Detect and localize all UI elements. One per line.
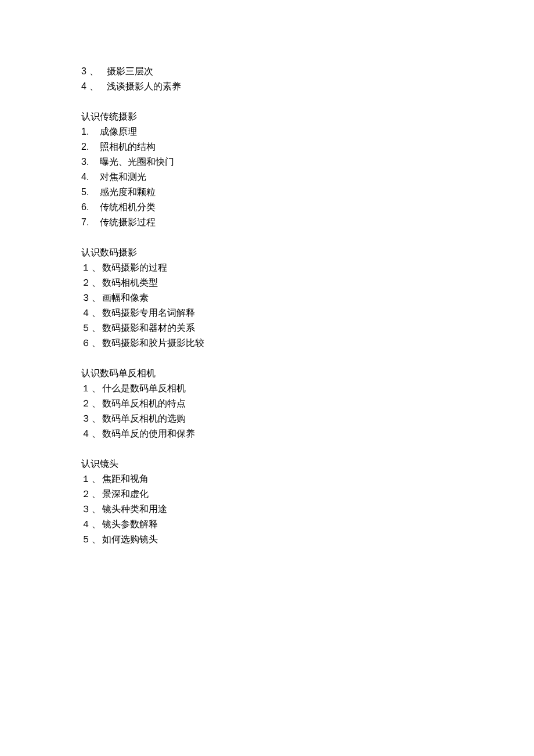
- item-text: 数码单反相机的选购: [102, 411, 186, 426]
- item-number: ５: [81, 532, 91, 547]
- item-separator: 、: [92, 336, 101, 351]
- item-number: ５: [81, 321, 91, 336]
- item-separator: 、: [92, 290, 101, 305]
- list-item: 4、浅谈摄影人的素养: [81, 79, 534, 94]
- item-separator: 、: [92, 396, 101, 411]
- item-number: 3: [81, 64, 88, 79]
- item-number: ２: [81, 275, 91, 290]
- item-text: 镜头种类和用途: [102, 502, 167, 517]
- item-text: 成像原理: [100, 124, 137, 139]
- item-number: 3.: [81, 154, 93, 170]
- item-number: ３: [81, 411, 91, 426]
- item-text: 照相机的结构: [100, 139, 156, 154]
- item-text: 画幅和像素: [102, 290, 149, 305]
- list-item: ３、镜头种类和用途: [81, 502, 534, 517]
- item-number: １: [81, 260, 91, 275]
- section-heading: 认识数码单反相机: [81, 366, 534, 381]
- list-item: ６、数码摄影和胶片摄影比较: [81, 336, 534, 351]
- list-item: ２、景深和虚化: [81, 487, 534, 502]
- section-heading: 认识镜头: [81, 456, 534, 471]
- section: 认识传统摄影1.成像原理2.照相机的结构3.曝光、光圈和快门4.对焦和测光5.感…: [81, 109, 534, 230]
- list-item: ４、数码摄影专用名词解释: [81, 305, 534, 321]
- item-number: ３: [81, 290, 91, 305]
- list-item: １、焦距和视角: [81, 471, 534, 487]
- list-item: 4.对焦和测光: [81, 170, 534, 185]
- item-number: ４: [81, 305, 91, 321]
- list-item: ４、镜头参数解释: [81, 517, 534, 532]
- section: 认识数码摄影１、数码摄影的过程２、数码相机类型３、画幅和像素４、数码摄影专用名词…: [81, 245, 534, 351]
- list-item: 6.传统相机分类: [81, 200, 534, 215]
- item-text: 焦距和视角: [102, 471, 149, 487]
- list-item: ２、数码单反相机的特点: [81, 396, 534, 411]
- item-separator: 、: [92, 532, 101, 547]
- item-separator: 、: [92, 305, 101, 321]
- item-separator: 、: [92, 517, 101, 532]
- item-text: 传统摄影过程: [100, 215, 156, 230]
- item-number: ６: [81, 336, 91, 351]
- list-item: 3、摄影三层次: [81, 64, 534, 79]
- item-number: １: [81, 381, 91, 396]
- item-text: 数码摄影专用名词解释: [102, 305, 195, 321]
- item-number: ４: [81, 517, 91, 532]
- item-separator: 、: [92, 260, 101, 275]
- item-number: ２: [81, 487, 91, 502]
- item-text: 镜头参数解释: [102, 517, 158, 532]
- item-text: 摄影三层次: [107, 64, 153, 79]
- list-item: ２、数码相机类型: [81, 275, 534, 290]
- item-separator: 、: [92, 471, 101, 487]
- item-text: 传统相机分类: [100, 200, 156, 215]
- item-number: ２: [81, 396, 91, 411]
- section: 3、摄影三层次4、浅谈摄影人的素养: [81, 64, 534, 94]
- item-number: 4: [81, 79, 88, 94]
- item-number: 7.: [81, 215, 93, 230]
- section-heading: 认识传统摄影: [81, 109, 534, 124]
- item-text: 数码相机类型: [102, 275, 158, 290]
- item-text: 对焦和测光: [100, 170, 146, 185]
- item-number: ４: [81, 426, 91, 441]
- list-item: 5.感光度和颗粒: [81, 185, 534, 200]
- item-separator: 、: [92, 426, 101, 441]
- list-item: ５、如何选购镜头: [81, 532, 534, 547]
- item-separator: 、: [92, 502, 101, 517]
- item-number: 1.: [81, 124, 93, 139]
- item-text: 数码单反的使用和保养: [102, 426, 195, 441]
- list-item: １、数码摄影的过程: [81, 260, 534, 275]
- section: 认识镜头１、焦距和视角２、景深和虚化３、镜头种类和用途４、镜头参数解释５、如何选…: [81, 456, 534, 547]
- list-item: ５、数码摄影和器材的关系: [81, 321, 534, 336]
- item-text: 什么是数码单反相机: [102, 381, 186, 396]
- item-number: １: [81, 471, 91, 487]
- item-separator: 、: [92, 321, 101, 336]
- item-text: 数码摄影和胶片摄影比较: [102, 336, 204, 351]
- item-number: 2.: [81, 139, 93, 154]
- item-text: 数码摄影和器材的关系: [102, 321, 195, 336]
- item-text: 感光度和颗粒: [100, 185, 156, 200]
- item-separator: 、: [92, 487, 101, 502]
- list-item: 7.传统摄影过程: [81, 215, 534, 230]
- item-separator: 、: [92, 411, 101, 426]
- section: 认识数码单反相机１、什么是数码单反相机２、数码单反相机的特点３、数码单反相机的选…: [81, 366, 534, 441]
- item-text: 曝光、光圈和快门: [100, 154, 174, 170]
- list-item: ３、画幅和像素: [81, 290, 534, 305]
- item-separator: 、: [92, 381, 101, 396]
- section-heading: 认识数码摄影: [81, 245, 534, 260]
- item-separator: 、: [89, 79, 99, 94]
- list-item: 2.照相机的结构: [81, 139, 534, 154]
- list-item: ３、数码单反相机的选购: [81, 411, 534, 426]
- list-item: ４、数码单反的使用和保养: [81, 426, 534, 441]
- item-text: 数码摄影的过程: [102, 260, 167, 275]
- item-number: 5.: [81, 185, 93, 200]
- item-text: 景深和虚化: [102, 487, 149, 502]
- list-item: １、什么是数码单反相机: [81, 381, 534, 396]
- item-text: 如何选购镜头: [102, 532, 158, 547]
- item-separator: 、: [89, 64, 99, 79]
- item-text: 数码单反相机的特点: [102, 396, 186, 411]
- item-number: 6.: [81, 200, 93, 215]
- item-number: 4.: [81, 170, 93, 185]
- list-item: 3.曝光、光圈和快门: [81, 154, 534, 170]
- item-number: ３: [81, 502, 91, 517]
- item-text: 浅谈摄影人的素养: [107, 79, 181, 94]
- item-separator: 、: [92, 275, 101, 290]
- document-content: 3、摄影三层次4、浅谈摄影人的素养认识传统摄影1.成像原理2.照相机的结构3.曝…: [81, 64, 534, 547]
- list-item: 1.成像原理: [81, 124, 534, 139]
